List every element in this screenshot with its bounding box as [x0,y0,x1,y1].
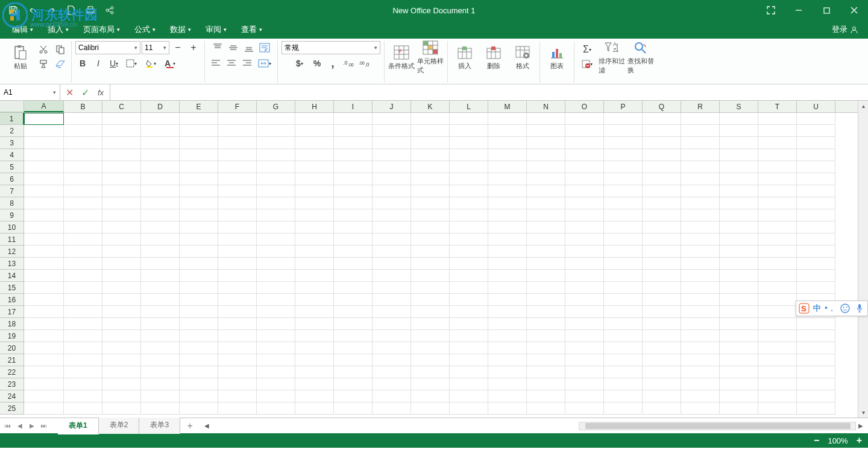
cell[interactable] [257,366,295,378]
cell[interactable] [180,270,218,282]
scroll-up-icon[interactable]: ▴ [858,101,868,111]
cell[interactable] [527,197,565,209]
cell[interactable] [373,270,411,282]
cell[interactable] [141,354,180,366]
cell[interactable] [411,390,450,402]
cell[interactable] [720,209,758,221]
cell[interactable] [450,161,488,173]
cell[interactable] [643,366,681,378]
cell[interactable] [527,282,565,294]
border-icon[interactable]: ▾ [122,57,140,70]
cell[interactable] [720,161,758,173]
align-bottom-icon[interactable] [242,41,256,54]
fullscreen-icon[interactable] [757,0,785,21]
cell[interactable] [411,366,450,378]
cell[interactable] [527,161,565,173]
cell[interactable] [218,234,257,246]
cell[interactable] [24,221,64,234]
zoom-in-button[interactable]: + [857,435,862,446]
cell[interactable] [643,270,681,282]
cell[interactable] [334,282,373,294]
underline-icon[interactable]: U▾ [107,57,121,70]
cell[interactable] [604,306,643,318]
column-header[interactable]: L [450,101,488,112]
chart-button[interactable]: 图表 [544,43,570,71]
cell[interactable] [643,125,681,137]
row-header[interactable]: 10 [0,221,24,234]
cell[interactable] [488,378,527,390]
cell[interactable] [64,137,102,149]
cell[interactable] [604,113,643,125]
cell[interactable] [758,282,797,294]
cell[interactable] [604,221,643,234]
column-header[interactable]: D [141,101,180,112]
cell[interactable] [681,137,720,149]
cell[interactable] [604,366,643,378]
cell[interactable] [758,330,797,342]
cell[interactable] [450,246,488,258]
cell[interactable] [450,282,488,294]
cell[interactable] [373,149,411,161]
cell[interactable] [758,185,797,197]
cell[interactable] [64,294,102,306]
print-icon[interactable] [83,3,98,17]
row-header[interactable]: 25 [0,402,24,415]
cell[interactable] [180,294,218,306]
cell[interactable] [334,149,373,161]
bold-icon[interactable]: B [75,57,90,70]
column-header[interactable]: A [24,101,64,112]
cell[interactable] [758,402,797,415]
cell[interactable] [604,137,643,149]
cell[interactable] [141,221,180,234]
cell[interactable] [295,113,334,125]
cell[interactable] [180,149,218,161]
cell[interactable] [488,390,527,402]
cell[interactable] [102,209,141,221]
cell[interactable] [681,378,720,390]
cell[interactable] [64,234,102,246]
cell[interactable] [720,330,758,342]
cell[interactable] [681,354,720,366]
cell[interactable] [527,185,565,197]
cell[interactable] [334,125,373,137]
cell[interactable] [720,125,758,137]
cell[interactable] [24,390,64,402]
cell[interactable] [527,378,565,390]
formula-input[interactable] [110,84,868,100]
row-header[interactable]: 6 [0,173,24,185]
cell[interactable] [218,113,257,125]
conditional-format-button[interactable]: ≠ 条件格式 [388,43,415,71]
enter-formula-icon[interactable]: ✓ [78,86,92,99]
cell[interactable] [797,149,835,161]
cell[interactable] [64,246,102,258]
cell[interactable] [565,149,604,161]
cell[interactable] [411,330,450,342]
row-header[interactable]: 19 [0,330,24,342]
cell[interactable] [180,378,218,390]
undo-icon[interactable] [25,3,40,17]
cell[interactable] [565,173,604,185]
cell[interactable] [141,113,180,125]
zoom-level[interactable]: 100% [828,436,848,445]
cell[interactable] [681,125,720,137]
cell[interactable] [295,197,334,209]
column-header[interactable]: O [565,101,604,112]
cell[interactable] [604,173,643,185]
cell[interactable] [257,330,295,342]
currency-icon[interactable]: $▾ [291,57,309,70]
cell[interactable] [488,209,527,221]
row-header[interactable]: 15 [0,282,24,294]
cell[interactable] [334,258,373,270]
cell[interactable] [102,137,141,149]
cell[interactable] [450,149,488,161]
cell[interactable] [334,342,373,354]
cell[interactable] [488,197,527,209]
cell[interactable] [334,402,373,415]
cell[interactable] [643,318,681,330]
cell[interactable] [64,221,102,234]
cell[interactable] [141,402,180,415]
cell[interactable] [643,197,681,209]
cell[interactable] [64,161,102,173]
align-middle-icon[interactable] [226,41,241,54]
row-header[interactable]: 9 [0,209,24,221]
